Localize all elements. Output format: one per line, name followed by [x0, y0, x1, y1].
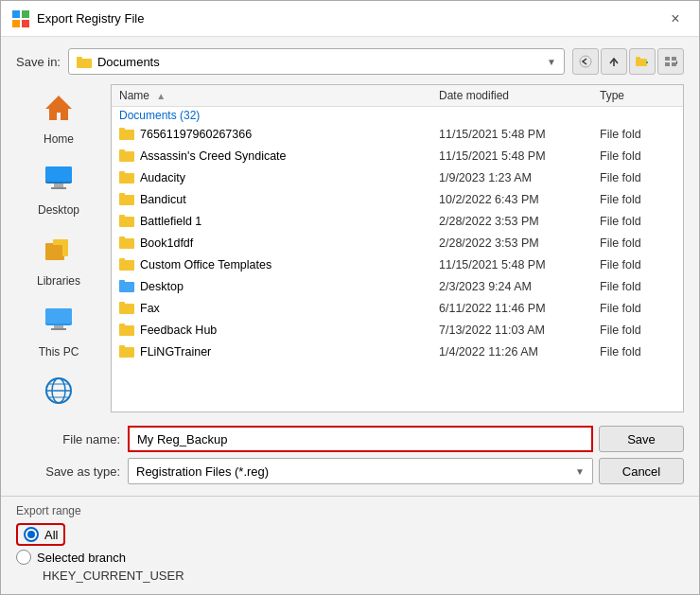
export-range-section: Export range All Selected branch HKEY_CU… — [1, 496, 699, 594]
sort-caret: ▲ — [156, 91, 166, 101]
export-registry-dialog: Export Registry File × Save in: Document… — [0, 0, 700, 595]
title-bar: Export Registry File × — [1, 1, 699, 37]
export-range-label: Export range — [16, 504, 684, 517]
file-type-cell: File fold — [600, 171, 675, 184]
file-name-input-wrap: Save — [128, 426, 684, 452]
table-row[interactable]: FLiNGTrainer 1/4/2022 11:26 AM File fold — [112, 341, 683, 363]
table-row[interactable]: Fax 6/11/2022 11:46 PM File fold — [112, 298, 683, 320]
save-as-type-dropdown[interactable]: Registration Files (*.reg) ▼ — [128, 458, 593, 484]
file-date-cell: 1/4/2022 11:26 AM — [439, 345, 600, 359]
save-as-type-input-wrap: Registration Files (*.reg) ▼ Cancel — [128, 458, 684, 484]
sidebar-label-desktop: Desktop — [38, 203, 79, 217]
svg-rect-47 — [119, 258, 125, 262]
svg-rect-49 — [119, 280, 125, 284]
svg-rect-19 — [45, 166, 72, 182]
table-row[interactable]: Desktop 2/3/2023 9:24 AM File fold — [112, 276, 683, 298]
save-as-type-label: Save as type: — [16, 464, 120, 479]
table-row[interactable]: Audacity 1/9/2023 1:23 AM File fold — [112, 167, 683, 189]
file-type-cell: File fold — [600, 302, 675, 315]
table-row[interactable]: Book1dfdf 2/28/2022 3:53 PM File fold — [112, 233, 683, 254]
save-button[interactable]: Save — [599, 426, 684, 452]
file-group-label: Documents (32) — [112, 107, 683, 124]
sidebar-item-libraries[interactable]: Libraries — [16, 226, 101, 293]
file-date-cell: 11/15/2021 5:48 PM — [439, 149, 600, 163]
cancel-button[interactable]: Cancel — [599, 458, 684, 484]
new-folder-button[interactable] — [629, 48, 656, 75]
svg-rect-53 — [119, 324, 125, 327]
save-as-type-value: Registration Files (*.reg) — [136, 464, 269, 479]
file-name-cell: 76561197960267366 — [140, 128, 439, 141]
sidebar-item-network[interactable]: Network — [16, 368, 101, 412]
sidebar-item-desktop[interactable]: Desktop — [16, 155, 101, 222]
selected-branch-radio-row[interactable]: Selected branch — [16, 550, 684, 565]
back-button[interactable] — [572, 48, 599, 75]
file-date-cell: 11/15/2021 5:48 PM — [439, 128, 600, 141]
close-button[interactable]: × — [663, 7, 688, 31]
svg-rect-55 — [119, 345, 125, 349]
folder-icon — [119, 344, 134, 359]
svg-rect-21 — [51, 187, 66, 189]
file-date-cell: 7/13/2022 11:03 AM — [439, 324, 600, 337]
table-row[interactable]: 76561197960267366 11/15/2021 5:48 PM Fil… — [112, 124, 683, 146]
file-list-container: Name ▲ Date modified Type Documents (32)… — [111, 84, 684, 412]
folder-icon — [119, 170, 134, 185]
file-name-input[interactable] — [128, 426, 593, 452]
all-radio-button[interactable] — [24, 527, 39, 542]
svg-rect-1 — [22, 10, 29, 18]
svg-rect-51 — [119, 302, 125, 306]
file-name-cell: FLiNGTrainer — [140, 345, 439, 359]
folder-icon — [119, 323, 134, 338]
svg-rect-3 — [22, 20, 29, 27]
selected-branch-label: Selected branch — [37, 551, 126, 565]
file-list: Documents (32) 76561197960267366 11/15/2… — [112, 107, 683, 411]
selected-branch-radio-button[interactable] — [16, 550, 31, 565]
svg-rect-27 — [54, 325, 63, 328]
file-name-cell: Feedback Hub — [140, 324, 439, 337]
save-in-dropdown[interactable]: Documents ▼ — [68, 48, 565, 75]
file-name-cell: Battlefield 1 — [140, 215, 439, 228]
table-row[interactable]: Assassin's Creed Syndicate 11/15/2021 5:… — [112, 146, 683, 167]
svg-rect-14 — [665, 62, 670, 66]
views-button[interactable] — [657, 48, 684, 75]
svg-rect-41 — [119, 193, 125, 197]
folder-icon — [119, 257, 134, 272]
file-date-cell: 2/28/2022 3:53 PM — [439, 236, 600, 250]
svg-rect-5 — [77, 57, 82, 61]
all-radio-label: All — [44, 528, 58, 542]
sidebar-label-libraries: Libraries — [37, 274, 80, 288]
svg-rect-39 — [119, 171, 125, 175]
svg-rect-9 — [636, 57, 640, 60]
file-type-cell: File fold — [600, 128, 675, 141]
file-type-cell: File fold — [600, 345, 675, 359]
folder-icon — [119, 127, 134, 142]
svg-rect-43 — [119, 215, 125, 219]
table-row[interactable]: Bandicut 10/2/2022 6:43 PM File fold — [112, 189, 683, 211]
table-row[interactable]: Battlefield 1 2/28/2022 3:53 PM File fol… — [112, 211, 683, 233]
folder-icon — [119, 149, 134, 164]
folder-icon — [119, 192, 134, 207]
file-type-cell: File fold — [600, 236, 675, 250]
chevron-down-icon: ▼ — [575, 466, 585, 477]
svg-rect-15 — [672, 62, 676, 66]
folder-icon — [119, 236, 134, 251]
sidebar-item-this-pc[interactable]: This PC — [16, 297, 101, 364]
sidebar-item-home[interactable]: Home — [16, 84, 101, 151]
file-type-cell: File fold — [600, 149, 675, 163]
file-name-label: File name: — [16, 432, 120, 446]
up-button[interactable] — [601, 48, 627, 75]
folder-icon — [77, 55, 92, 68]
table-row[interactable]: Feedback Hub 7/13/2022 11:03 AM File fol… — [112, 320, 683, 341]
save-as-type-row: Save as type: Registration Files (*.reg)… — [16, 458, 684, 484]
file-name-row: File name: Save — [16, 426, 684, 452]
libraries-icon — [42, 232, 76, 272]
all-radio-row[interactable]: All — [16, 523, 65, 546]
dialog-title: Export Registry File — [37, 11, 663, 26]
col-header-date: Date modified — [439, 89, 600, 102]
col-header-name: Name ▲ — [119, 89, 439, 102]
dialog-body: Save in: Documents ▼ — [1, 37, 699, 496]
table-row[interactable]: Custom Office Templates 11/15/2021 5:48 … — [112, 254, 683, 276]
svg-rect-45 — [119, 236, 125, 240]
sidebar-label-this-pc: This PC — [39, 345, 79, 359]
main-area: Home Desktop — [16, 84, 684, 412]
svg-rect-13 — [672, 57, 676, 61]
